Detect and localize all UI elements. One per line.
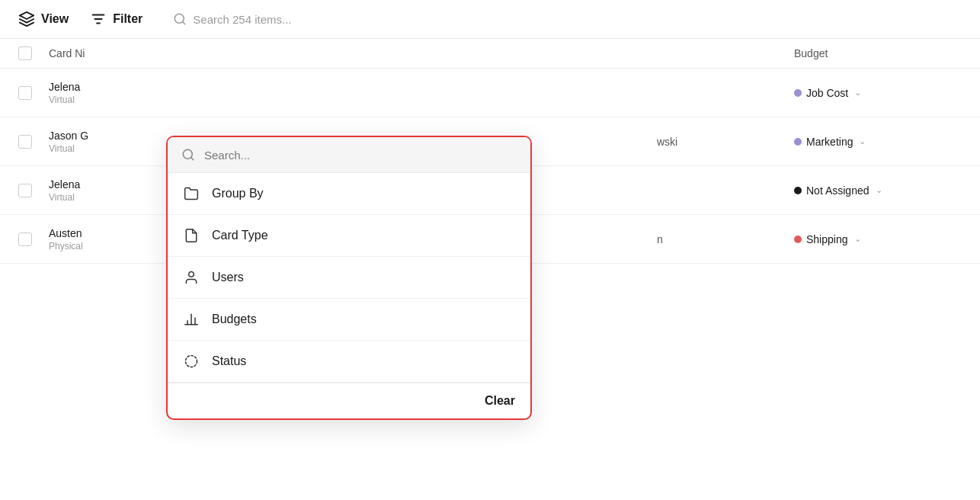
search-placeholder: Search 254 items... (193, 13, 291, 26)
toolbar-search: Search 254 items... (173, 12, 291, 26)
layers-icon (18, 11, 35, 27)
table-area: Jelena Virtual Job Cost ⌄ Jason G Virtua… (0, 69, 980, 264)
view-label: View (41, 12, 69, 26)
budget-dot (794, 138, 802, 146)
budget-dot (794, 89, 802, 97)
table-row: Jelena Virtual Job Cost ⌄ (0, 69, 980, 117)
search-icon (173, 12, 187, 26)
dropdown-search-row (168, 137, 530, 173)
clear-button[interactable]: Clear (485, 394, 515, 408)
dropdown-item-label: Budgets (212, 312, 257, 326)
dropdown-item-status[interactable]: Status (168, 341, 530, 383)
col-budget-header: Budget (794, 47, 962, 59)
dropdown-search-icon (181, 148, 195, 162)
cell-assignee: wski (657, 136, 794, 148)
svg-line-5 (183, 21, 185, 24)
svg-point-8 (189, 272, 194, 277)
header-checkbox[interactable] (18, 46, 32, 60)
dropdown-item-users[interactable]: Users (168, 257, 530, 299)
filter-button[interactable]: Filter (90, 11, 143, 27)
dropdown-item-group-by[interactable]: Group By (168, 173, 530, 215)
dropdown-item-card-type[interactable]: Card Type (168, 215, 530, 257)
dropdown-item-label: Users (212, 271, 244, 284)
chevron-icon: ⌄ (859, 136, 866, 146)
cell-budget: Not Assigned ⌄ (794, 184, 962, 197)
row-checkbox[interactable] (18, 135, 32, 149)
budget-dot (794, 236, 802, 243)
circle-dashed-icon (183, 353, 200, 370)
cell-budget: Job Cost ⌄ (794, 86, 962, 100)
dropdown-item-label: Group By (212, 187, 264, 200)
budget-dot (794, 187, 802, 194)
bar-chart-icon (183, 311, 200, 328)
svg-line-7 (191, 157, 193, 159)
dropdown-item-label: Status (212, 354, 246, 368)
chevron-icon: ⌄ (876, 185, 882, 195)
row-checkbox[interactable] (18, 184, 32, 197)
cell-budget: Shipping ⌄ (794, 232, 962, 246)
cell-budget: Marketing ⌄ (794, 135, 962, 149)
filter-dropdown: Group By Card Type Users (166, 136, 532, 420)
filter-label: Filter (113, 12, 143, 26)
user-icon (183, 269, 200, 286)
view-button[interactable]: View (18, 11, 69, 27)
col-name-header: Card Ni (49, 47, 421, 59)
svg-point-13 (186, 356, 197, 367)
filter-icon (90, 11, 107, 27)
toolbar: View Filter Search 254 items... (0, 0, 980, 39)
dropdown-footer: Clear (168, 383, 530, 418)
budget-badge[interactable]: Job Cost ⌄ (794, 87, 861, 99)
row-checkbox[interactable] (18, 86, 32, 100)
budget-badge[interactable]: Shipping ⌄ (794, 233, 861, 245)
budget-badge[interactable]: Not Assigned ⌄ (794, 184, 882, 197)
dropdown-search-input[interactable] (204, 149, 517, 162)
table-header: Card Ni Budget (0, 39, 980, 69)
dropdown-item-label: Card Type (212, 229, 268, 242)
svg-marker-0 (20, 12, 34, 19)
dropdown-item-budgets[interactable]: Budgets (168, 299, 530, 341)
budget-badge[interactable]: Marketing ⌄ (794, 136, 866, 148)
chevron-icon: ⌄ (854, 234, 861, 244)
row-checkbox[interactable] (18, 232, 32, 246)
cell-assignee: n (657, 233, 794, 245)
cell-name: Jelena Virtual (49, 81, 657, 105)
folder-icon (183, 185, 200, 202)
chevron-icon: ⌄ (854, 88, 861, 98)
document-icon (183, 227, 200, 244)
